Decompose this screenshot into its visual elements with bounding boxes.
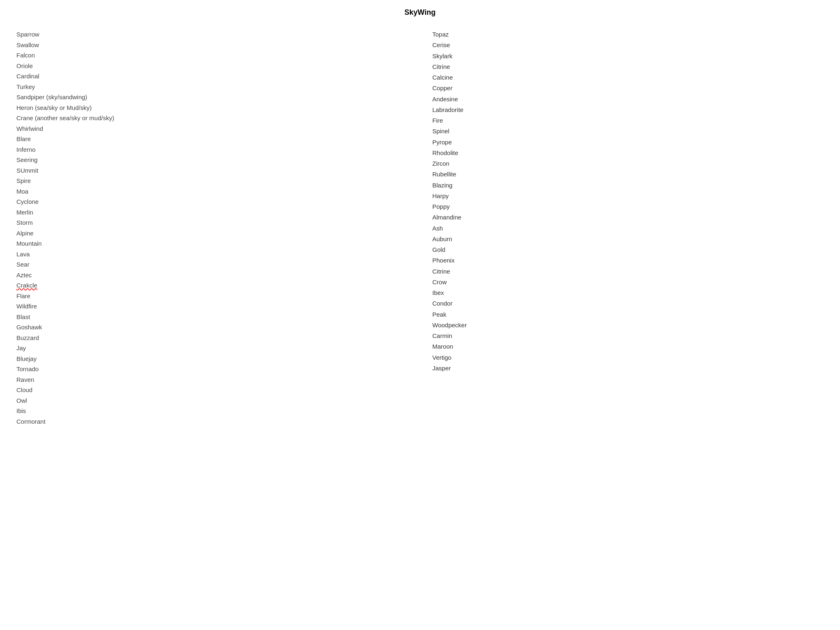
right-list-item: Skylark bbox=[432, 51, 824, 62]
left-list-item: Lava bbox=[16, 249, 408, 260]
left-list-item: Raven bbox=[16, 374, 408, 385]
left-list-item: Blare bbox=[16, 134, 408, 144]
right-list-item: Pyrope bbox=[432, 137, 824, 148]
left-list-item: Alpine bbox=[16, 228, 408, 239]
right-list-item: Gold bbox=[432, 244, 824, 255]
left-list-item: Falcon bbox=[16, 50, 408, 61]
left-list-item: Owl bbox=[16, 395, 408, 406]
right-list-item: Phoenix bbox=[432, 255, 824, 266]
right-list-item: Vertigo bbox=[432, 352, 824, 363]
left-list-item: Cyclone bbox=[16, 196, 408, 207]
right-list-item: Crow bbox=[432, 277, 824, 288]
right-list-item: Citrine bbox=[432, 266, 824, 277]
left-list-item: Flare bbox=[16, 291, 408, 301]
right-list-item: Rubellite bbox=[432, 169, 824, 180]
right-list-item: Ibex bbox=[432, 288, 824, 298]
left-list-item: Seering bbox=[16, 155, 408, 165]
columns-container: SparrowSwallowFalconOrioleCardinalTurkey… bbox=[16, 29, 824, 427]
left-list-item: Merlin bbox=[16, 207, 408, 218]
right-column: TopazCeriseSkylarkCitrineCalcineCopperAn… bbox=[432, 29, 824, 427]
right-list-item: Almandine bbox=[432, 212, 824, 223]
left-list-item: Oriole bbox=[16, 61, 408, 71]
right-list-item: Andesine bbox=[432, 94, 824, 105]
right-list-item: Topaz bbox=[432, 29, 824, 40]
left-list-item: Cloud bbox=[16, 385, 408, 395]
left-list-item: Buzzard bbox=[16, 333, 408, 343]
right-list-item: Fire bbox=[432, 115, 824, 126]
left-list-item: Spire bbox=[16, 176, 408, 186]
left-list-item: Goshawk bbox=[16, 322, 408, 333]
page-title: SkyWing bbox=[16, 8, 824, 17]
right-list-item: Citrine bbox=[432, 62, 824, 72]
right-list-item: Carmin bbox=[432, 331, 824, 341]
right-list-item: Spinel bbox=[432, 126, 824, 137]
right-list-item: Peak bbox=[432, 309, 824, 320]
right-list-item: Jasper bbox=[432, 363, 824, 374]
right-list-item: Maroon bbox=[432, 341, 824, 352]
left-list-item: Storm bbox=[16, 217, 408, 228]
left-list-item: Moa bbox=[16, 186, 408, 197]
left-list-item: Sear bbox=[16, 259, 408, 270]
right-list-item: Condor bbox=[432, 298, 824, 309]
left-list-item: Crane (another sea/sky or mud/sky) bbox=[16, 113, 408, 123]
left-list-item: SUmmit bbox=[16, 165, 408, 176]
left-list-item: Bluejay bbox=[16, 354, 408, 364]
right-list-item: Woodpecker bbox=[432, 320, 824, 331]
left-list-item: Sandpiper (sky/sandwing) bbox=[16, 92, 408, 103]
left-list-item: Heron (sea/sky or Mud/sky) bbox=[16, 103, 408, 113]
left-list-item: Swallow bbox=[16, 40, 408, 50]
right-list-item: Labradorite bbox=[432, 105, 824, 115]
left-list-item: Aztec bbox=[16, 270, 408, 281]
left-list-item: Whirlwind bbox=[16, 123, 408, 134]
right-list-item: Calcine bbox=[432, 72, 824, 83]
right-list-item: Poppy bbox=[432, 201, 824, 212]
left-list-item: Ibis bbox=[16, 406, 408, 416]
left-list-item: Inferno bbox=[16, 144, 408, 155]
right-list-item: Blazing bbox=[432, 180, 824, 191]
left-list-item: Cardinal bbox=[16, 71, 408, 82]
left-list-item: Wildfire bbox=[16, 301, 408, 312]
right-list-item: Cerise bbox=[432, 40, 824, 50]
right-list-item: Rhodolite bbox=[432, 148, 824, 158]
right-list-item: Harpy bbox=[432, 191, 824, 201]
right-list-item: Auburn bbox=[432, 234, 824, 244]
left-list-item: Mountain bbox=[16, 238, 408, 249]
left-list-item: Crakcle bbox=[16, 280, 408, 291]
left-list-item: Tornado bbox=[16, 364, 408, 374]
right-list-item: Zircon bbox=[432, 158, 824, 169]
left-list-item: Cormorant bbox=[16, 416, 408, 427]
left-list-item: Turkey bbox=[16, 82, 408, 92]
left-list-item: Blast bbox=[16, 312, 408, 322]
left-list-item: Jay bbox=[16, 343, 408, 354]
right-list-item: Ash bbox=[432, 223, 824, 234]
left-column: SparrowSwallowFalconOrioleCardinalTurkey… bbox=[16, 29, 408, 427]
left-list-item: Sparrow bbox=[16, 29, 408, 40]
right-list-item: Copper bbox=[432, 83, 824, 94]
